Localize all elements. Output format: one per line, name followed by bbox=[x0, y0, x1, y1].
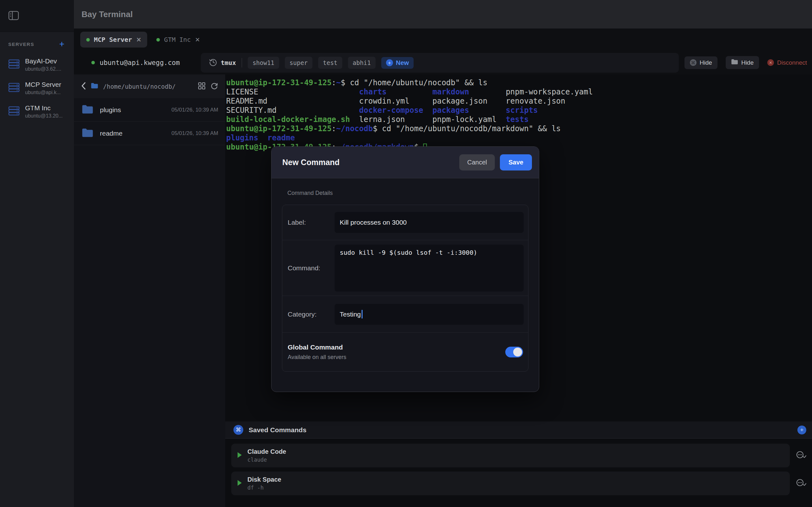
label-input[interactable]: Kill processes on 3000 bbox=[335, 212, 524, 233]
command-icon: ⌘ bbox=[234, 425, 243, 435]
sidebar: SERVERS + BayAI-Dev ubuntu@3.62.... bbox=[0, 0, 74, 507]
grid-view-button[interactable] bbox=[198, 82, 206, 91]
command-text: df -h bbox=[247, 485, 281, 491]
toggle-knob bbox=[513, 348, 522, 356]
hide-files-button[interactable]: Hide bbox=[726, 56, 759, 69]
global-command-description: Available on all servers bbox=[288, 354, 505, 360]
session-chip-test[interactable]: test bbox=[318, 57, 342, 69]
tab-label: GTM Inc bbox=[164, 36, 191, 43]
add-command-button[interactable]: + bbox=[798, 426, 806, 435]
disconnect-button[interactable]: ✕ Disconnect bbox=[767, 59, 807, 66]
global-command-label: Global Command bbox=[288, 343, 505, 351]
sidebar-header bbox=[0, 0, 74, 32]
play-icon[interactable] bbox=[237, 480, 242, 487]
tmux-label: tmux bbox=[221, 59, 236, 66]
ellipsis-chevron-icon bbox=[796, 451, 807, 460]
dialog-header: New Command Cancel Save bbox=[271, 147, 539, 178]
new-session-label: New bbox=[396, 59, 409, 66]
add-server-button[interactable]: + bbox=[59, 41, 64, 47]
close-icon[interactable]: ✕ bbox=[195, 36, 200, 43]
status-dot bbox=[156, 38, 160, 42]
ellipsis-chevron-icon bbox=[796, 478, 807, 488]
command-circle-icon: ⌘ bbox=[690, 59, 697, 66]
play-icon[interactable] bbox=[237, 452, 242, 459]
new-command-dialog: New Command Cancel Save Command Details … bbox=[271, 147, 539, 392]
hide-commands-button[interactable]: ⌘ Hide bbox=[684, 56, 717, 69]
command-name: Disk Space bbox=[247, 476, 281, 483]
session-chip-show11[interactable]: show11 bbox=[248, 57, 279, 69]
text-caret bbox=[362, 310, 362, 319]
command-details-group: Label: Kill processes on 3000 Command: s… bbox=[282, 205, 528, 372]
server-host: ubuntu@3.62.... bbox=[25, 66, 61, 72]
history-icon bbox=[209, 58, 217, 68]
app-window: SERVERS + BayAI-Dev ubuntu@3.62.... bbox=[0, 0, 812, 507]
connection-host: ubuntu@api.kwegg.com bbox=[100, 59, 180, 66]
sidebar-item-mcp-server[interactable]: MCP Server ubuntu@api.k... bbox=[0, 76, 74, 100]
label-field-label: Label: bbox=[288, 219, 335, 226]
folder-icon bbox=[82, 105, 94, 115]
server-host: ubuntu@13.20... bbox=[25, 113, 63, 119]
sidebar-toggle-button[interactable] bbox=[8, 11, 19, 21]
more-options-button[interactable] bbox=[794, 451, 808, 460]
server-icon bbox=[8, 83, 20, 94]
back-button[interactable] bbox=[81, 82, 86, 91]
dialog-title: New Command bbox=[282, 158, 454, 167]
server-icon bbox=[8, 59, 20, 70]
sidebar-item-gtm-inc[interactable]: GTM Inc ubuntu@13.20... bbox=[0, 100, 74, 123]
section-label: Command Details bbox=[287, 190, 539, 196]
tab-mcp-server[interactable]: MCP Server ✕ bbox=[80, 32, 147, 48]
tmux-session-button[interactable]: tmux bbox=[209, 58, 236, 68]
app-header: Bay Terminal bbox=[74, 0, 812, 29]
saved-command-claude-code[interactable]: Claude Code claude bbox=[231, 444, 790, 467]
panel-toggle-icon bbox=[8, 11, 19, 21]
current-path: /home/ubuntu/nocodb/ bbox=[103, 83, 193, 90]
category-value: Testing bbox=[340, 311, 361, 318]
folder-icon bbox=[82, 128, 94, 139]
connection-status-dot bbox=[91, 61, 95, 64]
save-button[interactable]: Save bbox=[500, 154, 532, 170]
global-command-toggle[interactable] bbox=[505, 347, 523, 357]
file-date: 05/01/26, 10:39 AM bbox=[171, 107, 218, 113]
category-input[interactable]: Testing bbox=[335, 304, 524, 325]
refresh-button[interactable] bbox=[210, 82, 218, 91]
sidebar-item-bayai-dev[interactable]: BayAI-Dev ubuntu@3.62.... bbox=[0, 53, 74, 76]
folder-icon bbox=[91, 83, 98, 90]
session-toolbar: tmux show11 super test abhi1 + New bbox=[201, 53, 679, 72]
servers-section-label: SERVERS bbox=[8, 42, 34, 47]
server-name: GTM Inc bbox=[25, 104, 63, 112]
disconnect-label: Disconnect bbox=[777, 59, 807, 66]
saved-command-disk-space[interactable]: Disk Space df -h bbox=[231, 471, 790, 495]
status-dot bbox=[86, 38, 90, 42]
saved-commands-title: Saved Commands bbox=[249, 426, 792, 434]
file-browser-header: /home/ubuntu/nocodb/ bbox=[74, 74, 225, 98]
tab-gtm-inc[interactable]: GTM Inc ✕ bbox=[150, 32, 206, 48]
saved-commands-list: Claude Code claude bbox=[225, 439, 812, 507]
session-chip-super[interactable]: super bbox=[285, 57, 312, 69]
server-name: MCP Server bbox=[25, 81, 61, 89]
folder-icon bbox=[731, 59, 738, 66]
grid-icon bbox=[198, 82, 206, 91]
new-session-button[interactable]: + New bbox=[381, 57, 414, 69]
more-options-button[interactable] bbox=[794, 478, 808, 488]
page-title: Bay Terminal bbox=[82, 9, 133, 19]
server-name: BayAI-Dev bbox=[25, 57, 61, 65]
file-row-plugins[interactable]: plugins 05/01/26, 10:39 AM bbox=[74, 98, 225, 122]
session-chip-abhi1[interactable]: abhi1 bbox=[348, 57, 375, 69]
close-icon[interactable]: ✕ bbox=[136, 36, 141, 43]
file-row-readme[interactable]: readme 05/01/26, 10:39 AM bbox=[74, 122, 225, 145]
file-name: plugins bbox=[100, 106, 165, 114]
saved-command-row: Disk Space df -h bbox=[231, 471, 808, 495]
file-browser: /home/ubuntu/nocodb/ bbox=[74, 74, 225, 507]
file-name: readme bbox=[100, 130, 165, 137]
chevron-left-icon bbox=[81, 82, 86, 91]
server-host: ubuntu@api.k... bbox=[25, 90, 61, 95]
cancel-button[interactable]: Cancel bbox=[459, 154, 495, 170]
command-text: claude bbox=[247, 457, 286, 463]
refresh-icon bbox=[210, 82, 218, 91]
command-textarea[interactable]: sudo kill -9 $(sudo lsof -t -i:3000) bbox=[335, 245, 524, 291]
x-circle-icon: ✕ bbox=[767, 59, 774, 66]
plus-circle-icon: + bbox=[386, 59, 393, 66]
toolbar-divider bbox=[242, 58, 242, 67]
category-field-label: Category: bbox=[288, 311, 335, 318]
command-field-label: Command: bbox=[288, 264, 335, 272]
